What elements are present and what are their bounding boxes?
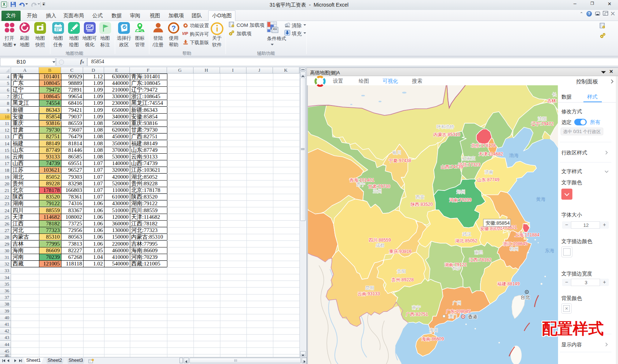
svg-text:海口: 海口 xyxy=(429,328,438,333)
svg-text:沈阳: 沈阳 xyxy=(538,116,547,121)
svg-text:杭州: 杭州 xyxy=(509,246,519,251)
svg-text:湖北:85052: 湖北:85052 xyxy=(455,238,477,243)
svg-text:澳门: 澳门 xyxy=(448,314,457,319)
svg-text:黄海: 黄海 xyxy=(536,196,546,202)
svg-text:河南:70239: 河南:70239 xyxy=(449,197,472,203)
svg-text:四川:88559: 四川:88559 xyxy=(369,238,391,243)
svg-text:广州: 广州 xyxy=(452,300,461,306)
svg-text:内蒙古:85310: 内蒙古:85310 xyxy=(433,132,460,137)
svg-text:贵阳: 贵阳 xyxy=(397,269,406,274)
svg-text:武汉: 武汉 xyxy=(462,232,471,237)
svg-text:天津:114682: 天津:114682 xyxy=(479,151,503,157)
svg-text:南宁: 南宁 xyxy=(412,305,421,310)
svg-text:呼和浩特: 呼和浩特 xyxy=(437,124,454,129)
svg-text:辽宁:79472: 辽宁:79472 xyxy=(531,121,554,126)
svg-text:青海:101401: 青海:101401 xyxy=(349,178,374,183)
svg-text:重庆:93816: 重庆:93816 xyxy=(389,249,412,254)
svg-text:山东:87749: 山东:87749 xyxy=(477,177,500,182)
svg-text:广东:108045: 广东:108045 xyxy=(446,309,471,314)
svg-text:长: 长 xyxy=(552,92,557,97)
svg-text:吉林:: 吉林: xyxy=(547,98,557,103)
svg-text:江西:78182: 江西:78182 xyxy=(469,257,491,263)
svg-text:西安: 西安 xyxy=(416,195,425,200)
svg-text:北京:178178: 北京:178178 xyxy=(471,143,496,148)
svg-text:昆明: 昆明 xyxy=(365,285,374,290)
svg-text:贵州:89228: 贵州:89228 xyxy=(391,277,414,282)
svg-text:云南:93133: 云南:93133 xyxy=(358,291,380,296)
svg-text:浙江:108645: 浙江:108645 xyxy=(503,241,528,246)
svg-text:南昌: 南昌 xyxy=(475,250,483,255)
svg-text:安徽:85854: 安徽:85854 xyxy=(486,220,510,226)
svg-text:<≡: <≡ xyxy=(273,27,277,31)
svg-text:甘肃:79730: 甘肃:79730 xyxy=(368,184,390,189)
svg-text:石家庄: 石家庄 xyxy=(462,156,475,161)
svg-text:济南: 济南 xyxy=(484,169,493,175)
svg-text:陕西:83520: 陕西:83520 xyxy=(411,202,433,207)
svg-text:银川: 银川 xyxy=(392,150,401,155)
svg-text:东海: 东海 xyxy=(545,248,554,253)
svg-text:西宁: 西宁 xyxy=(356,182,365,187)
svg-text:上海:171884: 上海:171884 xyxy=(515,232,540,238)
svg-text:渤海: 渤海 xyxy=(509,153,519,158)
svg-text:成都: 成都 xyxy=(376,243,384,248)
svg-text:?: ? xyxy=(171,24,176,32)
svg-text:福建:88149: 福建:88149 xyxy=(497,281,520,286)
svg-text:宁夏:97438: 宁夏:97438 xyxy=(389,158,411,163)
svg-text:郑州: 郑州 xyxy=(457,189,465,195)
svg-text:山西:74739: 山西:74739 xyxy=(441,164,463,169)
svg-text:湖南:79122: 湖南:79122 xyxy=(444,262,467,267)
svg-text:海南:86609: 海南:86609 xyxy=(422,336,444,342)
svg-text:台北: 台北 xyxy=(521,295,530,300)
svg-text:配置样式: 配置样式 xyxy=(542,320,604,337)
svg-text:香港: 香港 xyxy=(468,314,477,320)
svg-text:兰州: 兰州 xyxy=(373,189,382,194)
svg-text:广西:82751: 广西:82751 xyxy=(406,312,428,317)
